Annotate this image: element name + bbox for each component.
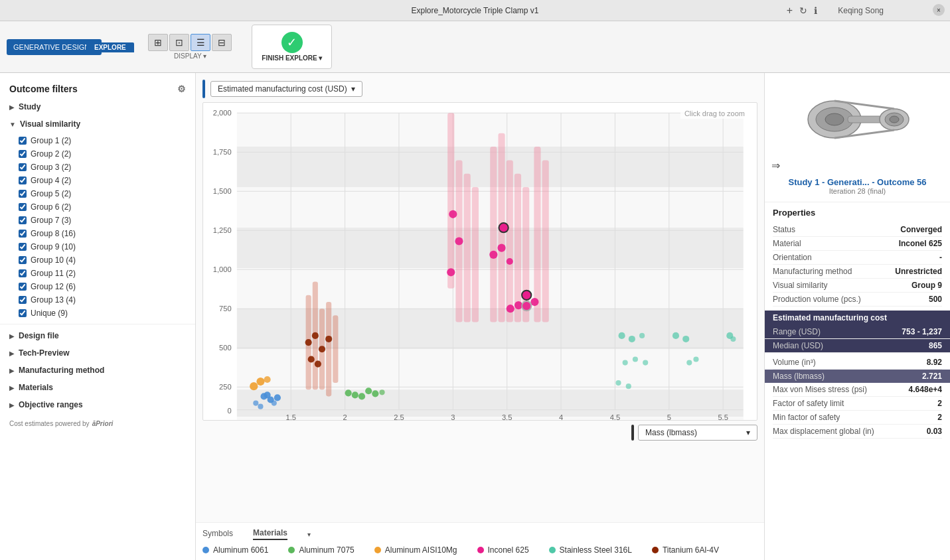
explore-tab[interactable]: EXPLORE (86, 42, 134, 52)
sidebar-item-design-file[interactable]: ▶ Design file (0, 327, 195, 344)
outcome-subtitle: Iteration 28 (final) (829, 187, 886, 195)
tab-symbols[interactable]: Symbols (202, 529, 233, 539)
finish-explore-label: FINISH EXPLORE ▾ (262, 54, 321, 62)
svg-rect-75 (507, 160, 513, 322)
close-button[interactable]: × (933, 4, 945, 16)
prop-status: Status Converged (773, 223, 942, 237)
settings-icon[interactable]: ⚙ (177, 84, 186, 94)
display-icons: ⊞ ⊡ ☰ ⊟ (148, 34, 232, 51)
refresh-icon[interactable]: ↻ (799, 5, 807, 16)
list-item[interactable]: Group 4 (2) (19, 174, 186, 187)
navigate-icon[interactable]: ⇒ (771, 159, 780, 172)
chart-container[interactable]: Click drag to zoom 2,000 1,750 (202, 102, 757, 421)
display-icon-grid1[interactable]: ⊡ (169, 34, 189, 51)
svg-point-108 (825, 113, 844, 125)
add-icon[interactable]: + (787, 5, 793, 17)
tab-materials[interactable]: Materials (253, 528, 287, 540)
group5-checkbox[interactable] (19, 190, 27, 198)
svg-text:1,500: 1,500 (213, 187, 232, 195)
group8-checkbox[interactable] (19, 230, 27, 238)
legend-materials-arrow[interactable]: ▾ (307, 531, 311, 538)
finish-explore-button[interactable]: ✓ FINISH EXPLORE ▾ (252, 25, 331, 69)
svg-point-48 (258, 404, 263, 409)
group3-checkbox[interactable] (19, 163, 27, 171)
scatter-chart[interactable]: 2,000 1,750 1,500 1,250 1,000 750 500 25… (203, 103, 757, 420)
svg-rect-62 (333, 315, 338, 383)
outcome-filters-label: Outcome filters (9, 84, 78, 94)
sidebar-item-visual-similarity[interactable]: ▼ Visual similarity (0, 115, 195, 133)
svg-point-83 (497, 244, 505, 252)
svg-text:2,000: 2,000 (213, 109, 232, 117)
sidebar-item-study[interactable]: ▶ Study (0, 98, 195, 115)
tech-preview-label: Tech-Preview (19, 348, 69, 358)
list-item[interactable]: Group 9 (10) (19, 240, 186, 253)
sidebar-item-manufacturing-method[interactable]: ▶ Manufacturing method (0, 362, 195, 379)
svg-rect-78 (534, 147, 540, 322)
list-item[interactable]: Group 11 (2) (19, 267, 186, 280)
svg-rect-73 (490, 147, 497, 322)
group4-checkbox[interactable] (19, 176, 27, 184)
svg-text:4: 4 (559, 413, 563, 420)
titanium-label: Titanium 6Al-4V (663, 545, 719, 555)
outcome-3d-model (798, 80, 917, 159)
aluminumAISI-dot (374, 547, 381, 553)
group5-label: Group 5 (2) (31, 189, 71, 198)
list-item[interactable]: Group 5 (2) (19, 187, 186, 200)
svg-point-52 (365, 387, 372, 394)
aluminumAISI-label: Aluminum AISI10Mg (385, 545, 457, 555)
group9-checkbox[interactable] (19, 243, 27, 251)
unique-checkbox[interactable] (19, 309, 27, 317)
status-label: Status (773, 225, 795, 234)
svg-point-101 (682, 336, 689, 342)
list-item[interactable]: Group 13 (4) (19, 293, 186, 307)
group6-checkbox[interactable] (19, 203, 27, 211)
svg-text:5.5: 5.5 (718, 413, 728, 420)
svg-point-68 (308, 356, 315, 362)
display-icon-grid2[interactable]: ⊞ (148, 34, 168, 51)
sidebar-item-materials[interactable]: ▶ Materials (0, 379, 195, 396)
group11-checkbox[interactable] (19, 269, 27, 277)
list-item[interactable]: Group 6 (2) (19, 200, 186, 214)
svg-point-46 (272, 401, 277, 406)
left-panel: Outcome filters ⚙ ▶ Study ▼ Visual simil… (0, 73, 196, 560)
svg-point-93 (629, 336, 635, 342)
list-item[interactable]: Group 7 (3) (19, 214, 186, 227)
y-axis-selector[interactable]: Estimated manufacturing cost (USD) ▾ (210, 81, 362, 97)
svg-point-87 (507, 305, 515, 313)
svg-rect-72 (472, 187, 479, 322)
group2-checkbox[interactable] (19, 150, 27, 158)
group8-label: Group 8 (16) (31, 229, 76, 238)
list-item[interactable]: Unique (9) (19, 307, 186, 320)
sidebar-item-objective-ranges[interactable]: ▶ Objective ranges (0, 396, 195, 413)
group1-checkbox[interactable] (19, 137, 27, 145)
sidebar-item-tech-preview[interactable]: ▶ Tech-Preview (0, 344, 195, 362)
list-item[interactable]: Group 3 (2) (19, 161, 186, 174)
list-item[interactable]: Group 10 (4) (19, 253, 186, 267)
group10-checkbox[interactable] (19, 256, 27, 264)
svg-rect-5 (237, 389, 744, 417)
production-volume-value: 500 (929, 295, 942, 304)
apriori-text: Cost estimates powered by (9, 420, 90, 427)
group2-label: Group 2 (2) (31, 149, 71, 159)
display-icon-list[interactable]: ☰ (191, 34, 210, 51)
list-item[interactable]: Group 12 (6) (19, 280, 186, 293)
list-item[interactable]: Group 1 (2) (19, 134, 186, 147)
svg-text:3: 3 (451, 413, 455, 420)
list-item[interactable]: Group 2 (2) (19, 147, 186, 161)
group13-checkbox[interactable] (19, 296, 27, 304)
svg-rect-71 (464, 174, 471, 322)
svg-point-89 (522, 291, 531, 300)
aluminum7075-label: Aluminum 7075 (299, 545, 354, 555)
materials-label: Materials (19, 383, 53, 392)
group7-checkbox[interactable] (19, 216, 27, 224)
y-axis-indicator (202, 80, 205, 98)
info-icon[interactable]: ℹ (814, 5, 817, 16)
display-icon-table[interactable]: ⊟ (212, 34, 232, 51)
group10-label: Group 10 (4) (31, 255, 76, 265)
group12-checkbox[interactable] (19, 283, 27, 291)
svg-point-64 (312, 332, 319, 339)
svg-text:2: 2 (343, 413, 347, 420)
x-axis-dropdown[interactable]: Mass (lbmass) ▾ (638, 425, 757, 441)
list-item[interactable]: Group 8 (16) (19, 227, 186, 240)
x-axis-indicator (631, 425, 634, 441)
